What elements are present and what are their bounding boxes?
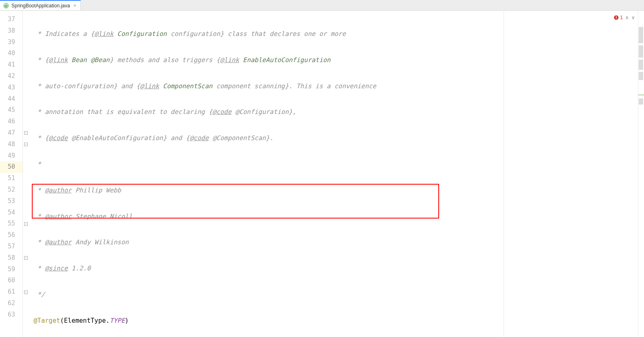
svg-rect-3	[616, 16, 617, 18]
code-line: *	[29, 159, 638, 170]
fold-toggle-icon[interactable]: −	[24, 256, 28, 260]
line-number[interactable]: 59	[0, 264, 22, 275]
line-number[interactable]: 49	[0, 150, 22, 162]
code-area[interactable]: * Indicates a {@link Configuration confi…	[29, 11, 638, 337]
prev-highlight-icon[interactable]: ∧	[625, 15, 629, 20]
code-line: * Indicates a {@link Configuration confi…	[29, 29, 638, 40]
line-number[interactable]: 41	[0, 59, 22, 71]
code-line: * @author Phillip Webb	[29, 185, 638, 196]
file-tab[interactable]: @ SpringBootApplication.java ×	[0, 0, 81, 10]
line-number[interactable]: 38	[0, 25, 22, 37]
line-gutter: 37 38 39 40 41 42 43 44 45 46 47 48 49 5…	[0, 11, 23, 337]
line-number[interactable]: 48	[0, 139, 22, 150]
line-number[interactable]: 56	[0, 230, 22, 241]
line-number[interactable]: 57	[0, 241, 22, 252]
line-number[interactable]: 43	[0, 82, 22, 94]
code-line: * annotation that is equivalent to decla…	[29, 107, 638, 118]
code-line: * {@code @EnableAutoConfiguration} and {…	[29, 133, 638, 144]
line-number[interactable]: 51	[0, 173, 22, 184]
line-number[interactable]: 62	[0, 298, 22, 309]
line-number[interactable]: 61	[0, 286, 22, 298]
line-number[interactable]: 39	[0, 37, 22, 48]
fold-toggle-icon[interactable]: −	[24, 290, 28, 294]
line-number[interactable]: 60	[0, 275, 22, 286]
code-line: * @since 1.2.0	[29, 263, 638, 275]
code-line: * @author Andy Wilkinson	[29, 237, 638, 248]
svg-rect-4	[616, 18, 617, 19]
line-number-current[interactable]: 50	[0, 161, 22, 173]
fold-strip: − − − − −	[23, 11, 29, 337]
java-file-icon: @	[3, 3, 9, 9]
inspection-widget[interactable]: 1 ∧ ∨	[614, 15, 635, 20]
line-number[interactable]: 44	[0, 94, 22, 105]
line-number[interactable]: 40	[0, 48, 22, 59]
line-number[interactable]: 42	[0, 71, 22, 82]
code-line: * @author Stephane Nicoll	[29, 211, 638, 223]
fold-toggle-icon[interactable]: −	[24, 222, 28, 226]
line-number[interactable]: 52	[0, 184, 22, 196]
fold-toggle-icon[interactable]: −	[24, 143, 28, 146]
code-line: * auto-configuration} and {@link Compone…	[29, 81, 638, 92]
editor: 37 38 39 40 41 42 43 44 45 46 47 48 49 5…	[0, 11, 644, 337]
code-line: @Target(ElementType.TYPE)	[29, 315, 638, 327]
line-number[interactable]: 45	[0, 105, 22, 116]
tab-filename: SpringBootApplication.java	[11, 3, 70, 9]
line-number[interactable]: 37	[0, 14, 22, 25]
code-line: * {@link Bean @Bean} methods and also tr…	[29, 55, 638, 66]
close-tab-icon[interactable]: ×	[72, 2, 77, 9]
minimap[interactable]	[638, 23, 644, 337]
error-indicator[interactable]: 1	[614, 15, 623, 20]
code-line: */	[29, 289, 638, 301]
fold-toggle-icon[interactable]: −	[24, 131, 28, 135]
error-stripe[interactable]	[638, 11, 644, 337]
tab-bar: @ SpringBootApplication.java ×	[0, 0, 644, 11]
error-icon	[614, 15, 619, 20]
next-highlight-icon[interactable]: ∨	[631, 15, 635, 20]
line-number[interactable]: 54	[0, 207, 22, 219]
line-number[interactable]: 46	[0, 116, 22, 127]
right-margin-guide	[504, 11, 504, 337]
line-number[interactable]: 63	[0, 309, 22, 321]
svg-text:@: @	[4, 4, 8, 8]
line-number[interactable]: 53	[0, 196, 22, 207]
line-number[interactable]: 55	[0, 218, 22, 230]
line-number[interactable]: 58	[0, 252, 22, 264]
error-count: 1	[620, 15, 623, 20]
line-number[interactable]: 47	[0, 127, 22, 139]
